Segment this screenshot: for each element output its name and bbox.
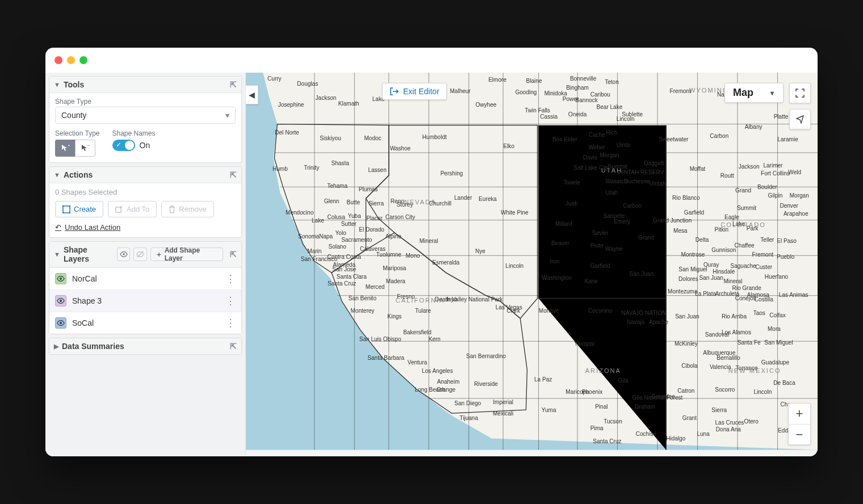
add-shape-layer-label: Add Shape Layer	[165, 246, 218, 262]
remove-button[interactable]: Remove	[161, 201, 213, 217]
eye-icon	[56, 296, 66, 306]
sidebar-collapse-button[interactable]: ◀	[246, 85, 258, 104]
chevron-right-icon: ▶	[54, 343, 58, 350]
chevron-down-icon: ▼	[54, 251, 60, 258]
window-close-button[interactable]	[55, 56, 62, 64]
remove-label: Remove	[179, 205, 206, 213]
app-window: ▼ Tools ⇱ Shape Type County ▾ Selection …	[45, 48, 818, 456]
hide-all-layers-button[interactable]	[133, 247, 146, 261]
popout-icon[interactable]: ⇱	[230, 80, 237, 89]
zoom-out-button[interactable]: −	[789, 424, 810, 444]
map-type-label: Map	[733, 87, 753, 99]
actions-title: Actions	[64, 170, 93, 179]
eye-icon	[56, 318, 66, 328]
window-maximize-button[interactable]	[79, 56, 87, 64]
kebab-icon[interactable]: ⋮	[225, 272, 236, 285]
map-type-selector[interactable]: Map ▾	[724, 83, 784, 103]
zoom-controls: + −	[788, 403, 811, 445]
locate-icon	[795, 115, 805, 124]
addto-button[interactable]: Add To	[108, 201, 157, 217]
chevron-down-icon: ▾	[225, 111, 229, 120]
selection-type-buttons: + −	[55, 140, 100, 157]
state-label: COLORADO	[720, 221, 765, 228]
kebab-icon[interactable]: ⋮	[225, 295, 236, 307]
actions-panel: ▼ Actions ⇱ 0 Shapes Selected Create	[49, 166, 242, 238]
layer-swatch[interactable]	[55, 273, 66, 284]
state-label: UTAH	[601, 167, 622, 174]
fullscreen-button[interactable]	[789, 83, 811, 103]
map-canvas[interactable]: ◀ Exit Editor Map ▾ + −	[245, 73, 818, 456]
chevron-left-icon: ◀	[249, 90, 255, 99]
svg-point-8	[123, 253, 125, 255]
sidebar: ▼ Tools ⇱ Shape Type County ▾ Selection …	[45, 73, 245, 456]
toggle-knob	[125, 141, 134, 150]
data-summaries-header[interactable]: ▶ Data Summaries ⇱	[49, 338, 241, 354]
chevron-down-icon: ▾	[770, 89, 774, 97]
tools-panel: ▼ Tools ⇱ Shape Type County ▾ Selection …	[49, 76, 242, 163]
actions-panel-header[interactable]: ▼ Actions ⇱	[49, 167, 241, 183]
popout-icon[interactable]: ⇱	[230, 170, 237, 179]
svg-point-4	[69, 205, 70, 207]
locate-button[interactable]	[789, 109, 811, 129]
exit-editor-button[interactable]: Exit Editor	[382, 83, 447, 100]
layer-row[interactable]: NorCal⋮	[49, 267, 241, 289]
shape-names-toggle[interactable]: ✓	[112, 140, 135, 151]
layer-swatch[interactable]	[55, 295, 66, 306]
eye-off-icon	[136, 250, 144, 258]
state-label: NEVADA	[404, 199, 437, 205]
chevron-down-icon: ▼	[54, 81, 60, 88]
chevron-down-icon: ▼	[54, 171, 60, 178]
undo-icon: ↶	[55, 223, 61, 232]
exit-icon	[389, 87, 399, 96]
selection-add-button[interactable]: +	[55, 140, 76, 157]
shape-layers-title: Shape Layers	[64, 245, 114, 263]
zoom-in-button[interactable]: +	[789, 404, 810, 424]
trash-icon	[169, 205, 175, 213]
state-label: NEW MEXICO	[728, 367, 781, 374]
svg-text:−: −	[87, 144, 90, 148]
selection-remove-button[interactable]: −	[75, 140, 95, 157]
layer-swatch[interactable]	[55, 317, 66, 329]
addto-label: Add To	[127, 205, 149, 213]
svg-text:+: +	[68, 144, 70, 148]
data-summaries-title: Data Summaries	[62, 342, 124, 351]
tools-title: Tools	[64, 80, 84, 89]
create-button[interactable]: Create	[55, 201, 103, 217]
popout-icon[interactable]: ⇱	[230, 342, 237, 351]
check-icon: ✓	[116, 141, 122, 149]
exit-editor-label: Exit Editor	[403, 87, 439, 96]
plus-icon: +	[796, 406, 803, 421]
layers-list: NorCal⋮Shape 3⋮SoCal⋮	[49, 267, 241, 334]
kebab-icon[interactable]: ⋮	[225, 317, 236, 329]
cursor-minus-icon: −	[81, 144, 90, 153]
svg-point-12	[60, 322, 62, 324]
svg-point-5	[62, 212, 64, 213]
polygon-icon	[62, 205, 70, 213]
shape-type-select[interactable]: County ▾	[55, 107, 236, 124]
shape-layers-panel: ▼ Shape Layers ＋ Add Shape Layer ⇱ N	[49, 241, 242, 334]
layer-row[interactable]: SoCal⋮	[49, 312, 241, 334]
layer-name: NorCal	[72, 274, 220, 283]
create-label: Create	[74, 205, 96, 213]
popout-icon[interactable]: ⇱	[230, 250, 237, 259]
shape-layers-header[interactable]: ▼ Shape Layers ＋ Add Shape Layer ⇱	[49, 242, 241, 267]
layer-row[interactable]: Shape 3⋮	[49, 289, 241, 312]
layer-name: SoCal	[72, 318, 220, 327]
add-shape-layer-button[interactable]: ＋ Add Shape Layer	[150, 247, 223, 261]
shape-type-label: Shape Type	[55, 98, 236, 106]
data-summaries-panel: ▶ Data Summaries ⇱	[49, 338, 242, 355]
state-label: WYOMING	[689, 87, 728, 94]
selection-type-label: Selection Type	[55, 129, 100, 137]
tools-panel-header[interactable]: ▼ Tools ⇱	[49, 77, 241, 93]
eye-icon	[56, 274, 66, 284]
svg-point-10	[60, 278, 62, 280]
add-to-icon	[115, 205, 123, 213]
plus-icon: ＋	[156, 250, 162, 259]
app-body: ▼ Tools ⇱ Shape Type County ▾ Selection …	[45, 73, 818, 456]
undo-link[interactable]: ↶ Undo Last Action	[55, 223, 120, 232]
svg-point-6	[69, 212, 70, 213]
fullscreen-icon	[795, 89, 805, 98]
window-minimize-button[interactable]	[67, 56, 75, 64]
show-all-layers-button[interactable]	[117, 247, 130, 261]
svg-rect-2	[63, 206, 70, 213]
